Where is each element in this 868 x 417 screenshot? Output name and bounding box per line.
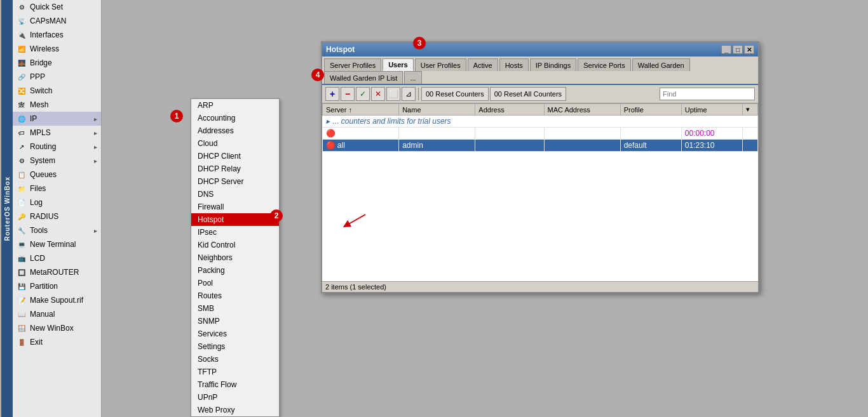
- tab-service-ports[interactable]: Service Ports: [578, 58, 630, 71]
- sidebar-item-label: Files: [30, 184, 46, 193]
- reset-counters-button[interactable]: 00 Reset Counters: [421, 87, 489, 101]
- tab-user-profiles[interactable]: User Profiles: [415, 58, 466, 71]
- submenu-item-ipsec[interactable]: IPsec: [191, 226, 279, 239]
- sidebar-item-label: Manual: [30, 310, 55, 319]
- submenu-item-dhcp-client[interactable]: DHCP Client: [191, 150, 279, 162]
- submenu-item-hotspot[interactable]: Hotspot: [191, 213, 279, 226]
- submenu-item-web-proxy[interactable]: Web Proxy: [191, 404, 279, 416]
- sidebar-item-new-winbox[interactable]: 🪟 New WinBox: [13, 321, 101, 335]
- col-uptime-header[interactable]: Uptime: [681, 104, 742, 116]
- sidebar-item-system[interactable]: ⚙ System ▸: [13, 154, 101, 168]
- copy-button[interactable]: ⬜: [386, 87, 400, 101]
- sidebar-item-mpls[interactable]: 🏷 MPLS ▸: [13, 126, 101, 140]
- sidebar-item-capsman[interactable]: 📡 CAPsMAN: [13, 14, 101, 28]
- enable-button[interactable]: ✓: [356, 87, 370, 101]
- sidebar-item-wireless[interactable]: 📶 Wireless: [13, 42, 101, 56]
- sidebar-item-mesh[interactable]: 🕸 Mesh: [13, 98, 101, 112]
- sidebar-item-label: Wireless: [30, 44, 59, 53]
- switch-icon: 🔀: [17, 86, 27, 96]
- submenu-item-traffic-flow[interactable]: Traffic Flow: [191, 378, 279, 391]
- sidebar-item-radius[interactable]: 🔑 RADIUS: [13, 209, 101, 223]
- sidebar-item-bridge[interactable]: 🌉 Bridge: [13, 56, 101, 70]
- sidebar-item-ppp[interactable]: 🔗 PPP: [13, 70, 101, 84]
- submenu-item-pool[interactable]: Pool: [191, 277, 279, 289]
- sidebar-item-label: Routing: [30, 142, 56, 151]
- col-address-header[interactable]: Address: [475, 104, 544, 116]
- sidebar-item-manual[interactable]: 📖 Manual: [13, 307, 101, 321]
- submenu-item-firewall[interactable]: Firewall: [191, 201, 279, 213]
- cell-mac: [544, 128, 620, 140]
- window-minimize-button[interactable]: _: [721, 45, 731, 54]
- submenu-item-cloud[interactable]: Cloud: [191, 137, 279, 150]
- submenu-item-arp[interactable]: ARP: [191, 99, 279, 112]
- tab-server-profiles[interactable]: Server Profiles: [324, 58, 381, 71]
- radius-icon: 🔑: [17, 211, 27, 222]
- filter-button[interactable]: ⊿: [402, 87, 416, 101]
- sidebar-item-files[interactable]: 📁 Files: [13, 182, 101, 195]
- sidebar-item-new-terminal[interactable]: 💻 New Terminal: [13, 237, 101, 251]
- cell-server: 🔴: [323, 128, 399, 140]
- tab-more[interactable]: ...: [404, 71, 421, 84]
- remove-button[interactable]: −: [341, 87, 355, 101]
- sidebar-item-label: System: [30, 156, 55, 165]
- submenu-item-dns[interactable]: DNS: [191, 188, 279, 201]
- submenu-item-addresses[interactable]: Addresses: [191, 124, 279, 137]
- window-close-button[interactable]: ✕: [744, 45, 754, 54]
- submenu-item-kid-control[interactable]: Kid Control: [191, 239, 279, 251]
- system-icon: ⚙: [17, 156, 27, 166]
- sidebar-item-quick-set[interactable]: ⚙ Quick Set: [13, 0, 101, 14]
- tabs-bar: Server Profiles Users User Profiles Acti…: [322, 56, 758, 85]
- sidebar-item-lcd[interactable]: 📺 LCD: [13, 251, 101, 265]
- sidebar-item-partition[interactable]: 💾 Partition: [13, 279, 101, 293]
- sidebar-item-routing[interactable]: ↗ Routing ▸: [13, 140, 101, 154]
- col-extra-header[interactable]: ▾: [742, 104, 757, 116]
- tab-walled-garden-ip[interactable]: Walled Garden IP List: [324, 71, 403, 84]
- sidebar-item-log[interactable]: 📄 Log: [13, 195, 101, 209]
- tab-users[interactable]: Users: [383, 58, 414, 71]
- annotation-badge-1: 1: [170, 110, 183, 122]
- sidebar-item-metarouter[interactable]: 🔲 MetaROUTER: [13, 265, 101, 279]
- submenu-item-dhcp-relay[interactable]: DHCP Relay: [191, 162, 279, 175]
- table-row[interactable]: 🔴 00:00:00: [323, 128, 758, 140]
- find-input[interactable]: [660, 88, 755, 100]
- table-row[interactable]: ▸... counters and limits for trial users: [323, 116, 758, 128]
- lcd-icon: 📺: [17, 253, 27, 263]
- system-arrow-icon: ▸: [94, 157, 97, 164]
- sidebar-item-make-supout[interactable]: 📝 Make Supout.rif: [13, 293, 101, 307]
- submenu-item-accounting[interactable]: Accounting: [191, 112, 279, 124]
- sidebar-item-interfaces[interactable]: 🔌 Interfaces: [13, 28, 101, 42]
- reset-counters-label: 00 Reset Counters: [426, 90, 484, 98]
- add-button[interactable]: +: [325, 87, 339, 101]
- col-mac-header[interactable]: MAC Address: [544, 104, 620, 116]
- col-profile-header[interactable]: Profile: [620, 104, 681, 116]
- col-name-header[interactable]: Name: [399, 104, 475, 116]
- submenu-item-routes[interactable]: Routes: [191, 289, 279, 302]
- submenu-item-upnp[interactable]: UPnP: [191, 391, 279, 404]
- submenu-item-settings[interactable]: Settings: [191, 340, 279, 353]
- sidebar-item-ip[interactable]: 🌐 IP ▸: [13, 112, 101, 126]
- col-server-header[interactable]: Server ↑: [323, 104, 399, 116]
- table-row[interactable]: 🔴 all admin default 01:23:10: [323, 140, 758, 152]
- window-maximize-button[interactable]: □: [733, 45, 743, 54]
- submenu-item-tftp[interactable]: TFTP: [191, 366, 279, 378]
- tab-walled-garden[interactable]: Walled Garden: [632, 58, 690, 71]
- tab-hosts[interactable]: Hosts: [499, 58, 529, 71]
- exit-icon: 🚪: [17, 337, 27, 347]
- submenu-item-packing[interactable]: Packing: [191, 264, 279, 277]
- tab-active[interactable]: Active: [468, 58, 498, 71]
- sidebar-item-tools[interactable]: 🔧 Tools ▸: [13, 223, 101, 237]
- submenu-item-snmp[interactable]: SNMP: [191, 315, 279, 328]
- sidebar-item-queues[interactable]: 📋 Queues: [13, 168, 101, 182]
- submenu-item-smb[interactable]: SMB: [191, 302, 279, 315]
- submenu-item-dhcp-server[interactable]: DHCP Server: [191, 175, 279, 188]
- reset-all-counters-button[interactable]: 00 Reset All Counters: [490, 87, 566, 101]
- disable-button[interactable]: ✕: [371, 87, 385, 101]
- submenu-item-neighbors[interactable]: Neighbors: [191, 251, 279, 264]
- sidebar-item-switch[interactable]: 🔀 Switch: [13, 84, 101, 98]
- main-area: 1 ARP Accounting Addresses Cloud DHCP Cl…: [102, 0, 868, 417]
- submenu-item-services[interactable]: Services: [191, 328, 279, 340]
- submenu-item-socks[interactable]: Socks: [191, 353, 279, 366]
- tab-ip-bindings[interactable]: IP Bindings: [530, 58, 576, 71]
- sidebar-item-exit[interactable]: 🚪 Exit: [13, 335, 101, 349]
- routing-arrow-icon: ▸: [94, 143, 97, 150]
